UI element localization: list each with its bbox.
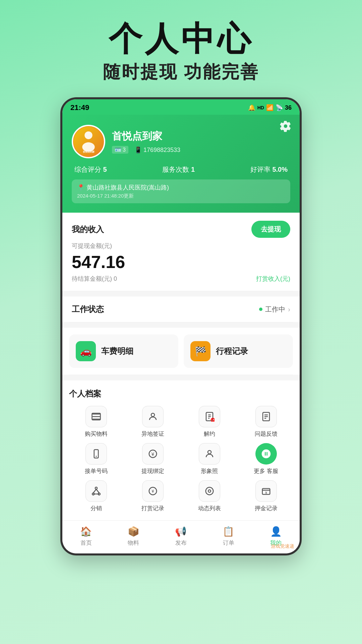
dynamic-list-label: 动态列表 [198,504,221,512]
svg-point-0 [84,131,92,139]
order-phone-icon [85,443,107,465]
nav-orders[interactable]: 📋 订单 [215,526,242,547]
income-footer: 待结算金额(元) 0 打赏收入(元) [72,275,290,283]
archive-item-terminate[interactable]: 解约 [182,406,236,438]
archive-item-profile-photo[interactable]: 形象照 [182,443,236,475]
car-expense-label: 车费明细 [101,346,133,357]
location-update: 2024-05-17 21:48:20更新 [77,193,285,199]
settings-button[interactable] [280,120,292,133]
content-area: 我的收入 去提现 可提现金额(元) 547.16 待结算金额(元) 0 打赏收入… [62,213,300,553]
status-time: 21:49 [70,103,89,112]
publish-icon: 📢 [175,526,187,537]
materials-icon: 📦 [128,526,139,537]
income-amount: 547.16 [72,252,290,272]
location-icon: 📍 [77,184,84,191]
work-status-label: 工作状态 [72,304,104,315]
hd-icon: HD [257,105,264,110]
withdraw-button[interactable]: 去提现 [251,221,290,238]
flag-icon: 🏁 [190,341,210,361]
profile-row: 首悦点到家 首悦点到家 🪪 3 📱 17698823533 [72,125,290,158]
svg-point-19 [208,450,211,454]
nav-publish[interactable]: 📢 发布 [168,526,194,547]
nav-home[interactable]: 🏠 首页 [73,526,100,547]
archive-item-tip-records[interactable]: ¥ 打赏记录 [126,480,180,512]
svg-point-4 [151,413,155,417]
trip-record-label: 行程记录 [216,346,248,357]
status-bar: 21:49 🔔 HD 📶 📡 36 [62,99,300,115]
nav-materials[interactable]: 📦 物料 [120,526,147,547]
profile-info: 首悦点到家 🪪 3 📱 17698823533 [112,129,290,154]
archive-item-more-cs[interactable]: 更多 客服 [239,443,293,475]
chevron-right-icon: › [288,306,290,313]
customer-service-icon [255,443,277,465]
avatar: 首悦点到家 [72,125,105,158]
battery-level: 36 [285,104,292,111]
svg-point-20 [95,487,97,489]
svg-line-24 [96,489,99,493]
terminate-icon [199,406,220,427]
work-status-card[interactable]: 工作状态 工作中 › [62,297,300,322]
nav-materials-label: 物料 [128,539,139,547]
feedback-icon [255,406,277,427]
orders-icon: 📋 [223,526,234,537]
svg-text:¥: ¥ [151,451,154,457]
archive-item-buy-materials[interactable]: 购买物料 [69,406,123,438]
location-bar: 📍 黄山路社旗县人民医院(嵩山路) 2024-05-17 21:48:20更新 [72,179,290,203]
buy-materials-label: 购买物料 [85,430,108,438]
phone-mockup: 21:49 🔔 HD 📶 📡 36 [60,97,302,555]
archive-item-dynamic-list[interactable]: 动态列表 [182,480,236,512]
svg-text:首悦点到家: 首悦点到家 [83,150,95,153]
archive-item-distribution[interactable]: 分销 [69,480,123,512]
profile-meta: 🪪 3 📱 17698823533 [112,146,290,154]
svg-point-29 [208,490,211,492]
svg-point-28 [205,487,213,495]
distribution-label: 分销 [90,504,102,512]
income-card: 我的收入 去提现 可提现金额(元) 547.16 待结算金额(元) 0 打赏收入… [62,213,300,291]
dynamic-list-icon [199,480,220,502]
deposit-label: 押金记录 [255,504,278,512]
profile-photo-label: 形象照 [201,467,218,475]
nav-publish-label: 发布 [175,539,187,547]
buy-materials-icon [85,406,107,427]
archive-title: 个人档案 [69,388,293,399]
tip-income[interactable]: 打赏收入(元) [256,275,290,283]
bind-withdraw-icon: ¥ [142,443,164,465]
archive-item-order-phone[interactable]: 接单号码 [69,443,123,475]
quick-cards: 🚗 车费明细 🏁 行程记录 [62,328,300,375]
archive-item-feedback[interactable]: 问题反馈 [239,406,293,438]
bottom-nav: 🏠 首页 📦 物料 📢 发布 📋 订单 👤 我的 [62,520,300,553]
status-icons: 🔔 HD 📶 📡 36 [248,104,292,111]
tip-records-icon: ¥ [142,480,164,502]
archive-grid: 购买物料 异地签证 [69,406,293,512]
terminate-label: 解约 [204,430,215,438]
profile-photo-icon [199,443,220,465]
stat-good-rate: 好评率 5.0% [250,165,288,174]
home-icon: 🏠 [80,526,92,537]
quick-card-trip-record[interactable]: 🏁 行程记录 [184,334,293,368]
alarm-icon: 🔔 [248,104,255,111]
profile-header: 首悦点到家 首悦点到家 🪪 3 📱 17698823533 [62,115,300,213]
main-title: 个人中心 [13,20,349,57]
nav-orders-label: 订单 [223,539,234,547]
feedback-label: 问题反馈 [255,430,278,438]
order-phone-label: 接单号码 [85,467,108,475]
archive-item-bind-withdraw[interactable]: ¥ 提现绑定 [126,443,180,475]
archive-item-remote-sign[interactable]: 异地签证 [126,406,180,438]
profile-name: 首悦点到家 [112,129,290,143]
tip-records-label: 打赏记录 [141,504,164,512]
more-cs-label: 更多 客服 [254,467,278,475]
wifi-icon: 📡 [276,104,283,111]
remote-sign-label: 异地签证 [141,430,164,438]
deposit-icon: ¥ [255,480,277,502]
id-icon: 🪪 [115,147,121,153]
bind-withdraw-label: 提现绑定 [141,467,164,475]
archive-item-deposit[interactable]: ¥ 押金记录 [239,480,293,512]
pending-text: 待结算金额(元) 0 [72,275,117,283]
stats-row: 综合评分 5 服务次数 1 好评率 5.0% [72,165,290,174]
phone-number: 📱 17698823533 [134,146,180,154]
distribution-icon [85,480,107,502]
income-header: 我的收入 去提现 [72,221,290,238]
svg-text:¥: ¥ [151,489,154,494]
quick-card-car-expense[interactable]: 🚗 车费明细 [69,334,178,368]
gear-icon [280,120,292,132]
